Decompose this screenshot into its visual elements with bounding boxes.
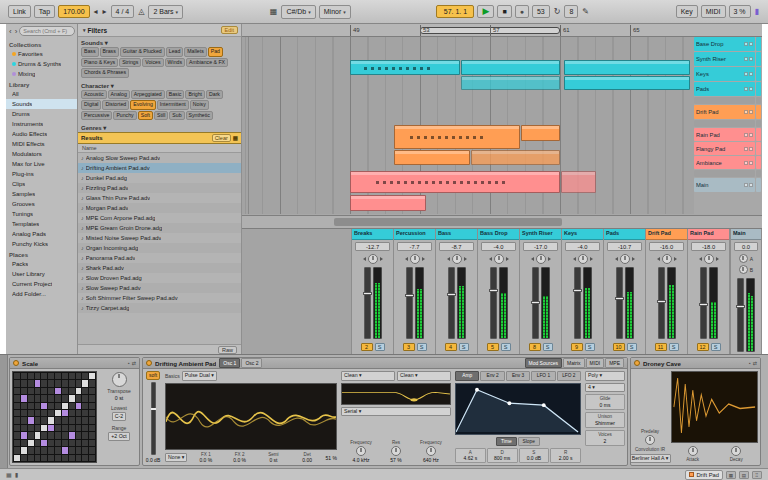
scale-cell[interactable] — [62, 432, 68, 438]
scale-cell[interactable] — [28, 440, 34, 446]
scale-cell[interactable] — [21, 417, 27, 423]
scale-cell[interactable] — [76, 417, 82, 423]
draw-mode-icon[interactable]: ✎ — [581, 7, 590, 16]
scale-cell[interactable] — [82, 432, 88, 438]
scale-cell[interactable] — [76, 432, 82, 438]
pan-knob[interactable] — [452, 254, 462, 264]
volume-fader[interactable] — [700, 267, 707, 339]
track-tab[interactable]: Bass — [436, 229, 477, 240]
env-param[interactable]: R 2.00 s — [550, 448, 581, 463]
scale-cell[interactable] — [35, 425, 41, 431]
scale-cell[interactable] — [41, 432, 47, 438]
nudge-down-icon[interactable]: ◂ — [93, 7, 99, 16]
scale-name-menu[interactable]: Minor▾ — [319, 5, 351, 19]
scale-cell[interactable] — [21, 455, 27, 461]
filter-tag[interactable]: Percussive — [81, 111, 112, 121]
filter-tag[interactable]: Arpeggiated — [131, 90, 165, 100]
scale-cell[interactable] — [28, 417, 34, 423]
filter-tag[interactable]: Analog — [108, 90, 130, 100]
selected-device-chip[interactable]: Drift Pad — [685, 470, 723, 480]
overview-block[interactable] — [756, 156, 761, 169]
result-item[interactable]: ♪ Fizzling Pad.adv — [78, 183, 241, 193]
scale-cell[interactable] — [21, 432, 27, 438]
scale-cell[interactable] — [62, 388, 68, 394]
volume-field[interactable]: -10.7 — [607, 242, 642, 251]
filter-knob[interactable] — [391, 446, 401, 456]
scale-cell[interactable] — [21, 388, 27, 394]
scale-cell[interactable] — [41, 447, 47, 453]
overview-block[interactable] — [756, 82, 761, 96]
scale-cell[interactable] — [76, 373, 82, 379]
arrangement-clip[interactable] — [350, 171, 560, 193]
track-arm-icon[interactable] — [749, 57, 753, 61]
main-volume-fader[interactable] — [737, 278, 744, 352]
osc-param[interactable]: FX 2 0.0 % — [223, 452, 256, 463]
arrangement-position-field[interactable]: 57. 1. 1 — [436, 5, 474, 18]
scale-cell[interactable] — [48, 432, 54, 438]
filter-tag[interactable]: Voices — [142, 58, 163, 68]
fader-handle[interactable] — [736, 305, 745, 308]
scale-cell[interactable] — [48, 403, 54, 409]
scale-cell[interactable] — [41, 388, 47, 394]
prev-arrow-icon[interactable] — [405, 257, 408, 261]
beat-time-ruler[interactable]: 4953576165 — [242, 24, 762, 37]
filter-tag[interactable]: Sub — [169, 111, 184, 121]
volume-fader[interactable] — [532, 267, 539, 339]
osc-param[interactable]: Det 0.00 — [291, 452, 324, 463]
fader-handle[interactable] — [573, 289, 582, 292]
volume-fader[interactable] — [574, 267, 581, 339]
transpose-knob[interactable] — [112, 372, 127, 387]
volume-fader[interactable] — [364, 267, 371, 339]
quantize-menu[interactable]: 2 Bars▾ — [148, 5, 183, 19]
result-item[interactable]: ♪ MPE Com Arpone Pad.adg — [78, 213, 241, 223]
scale-cell[interactable] — [62, 403, 68, 409]
result-item[interactable]: ♪ Soft Shimmer Filter Sweep Pad.adv — [78, 293, 241, 303]
volume-fader[interactable] — [448, 267, 455, 339]
scrollbar-thumb[interactable] — [334, 218, 562, 226]
tempo-field[interactable]: 170.00 — [58, 5, 89, 18]
scale-cell[interactable] — [35, 440, 41, 446]
decay-knob[interactable] — [731, 446, 741, 456]
scale-cell[interactable] — [76, 403, 82, 409]
scale-cell[interactable] — [41, 455, 47, 461]
scale-cell[interactable] — [62, 380, 68, 386]
filters-edit-button[interactable]: Edit — [221, 26, 238, 34]
env-param[interactable]: S 0.0 dB — [519, 448, 550, 463]
track-header[interactable]: Base Drop — [694, 37, 755, 51]
result-item[interactable]: ♪ Panorama Pad.adv — [78, 253, 241, 263]
sidebar-collection-item[interactable]: Drums & Synths — [6, 59, 77, 69]
filter-tag[interactable]: Mallets — [184, 47, 206, 57]
sidebar-library-item[interactable]: Max for Live — [6, 159, 77, 169]
scale-cell[interactable] — [14, 388, 20, 394]
prev-arrow-icon[interactable] — [363, 257, 366, 261]
scale-cell[interactable] — [55, 440, 61, 446]
volume-fader[interactable] — [406, 267, 413, 339]
track-header[interactable]: Ambiance — [694, 156, 755, 169]
send-knob[interactable] — [739, 254, 748, 263]
scale-cell[interactable] — [35, 417, 41, 423]
next-arrow-icon[interactable] — [506, 257, 509, 261]
arrangement-clip[interactable] — [564, 76, 690, 90]
track-arm-icon[interactable] — [749, 161, 753, 165]
basics-label[interactable]: Basics — [165, 373, 180, 379]
fader-handle[interactable] — [699, 303, 708, 306]
result-item[interactable]: ♪ Organ Incoming.adg — [78, 243, 241, 253]
transpose-value[interactable]: 0 st — [115, 395, 123, 401]
arrangement-clip[interactable] — [394, 125, 520, 149]
filter-group-genres[interactable]: Genres ▾ — [78, 122, 241, 132]
scale-cell[interactable] — [62, 440, 68, 446]
scale-cell[interactable] — [55, 380, 61, 386]
scale-cell[interactable] — [21, 410, 27, 416]
filter-tag[interactable]: Pad — [208, 47, 223, 57]
scale-cell[interactable] — [62, 455, 68, 461]
arrangement-clip[interactable] — [461, 76, 560, 90]
scale-cell[interactable] — [28, 425, 34, 431]
track-activator[interactable]: 2 — [361, 343, 373, 351]
osc-param[interactable]: FX 1 0.0 % — [189, 452, 222, 463]
next-arrow-icon[interactable] — [716, 257, 719, 261]
scale-cell[interactable] — [21, 425, 27, 431]
scale-cell[interactable] — [89, 440, 95, 446]
send-knob[interactable] — [739, 265, 748, 274]
predelay-knob[interactable] — [645, 435, 655, 445]
filter-tag[interactable]: Brass — [100, 47, 119, 57]
